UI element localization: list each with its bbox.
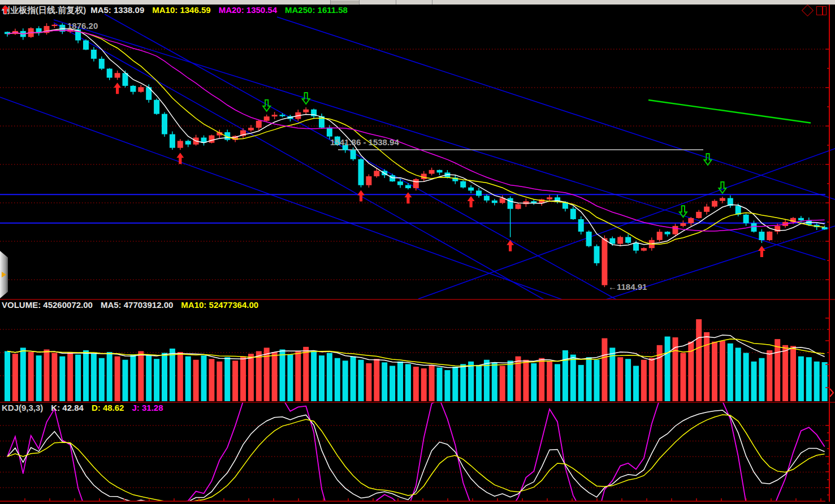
ma5-readout: MA5: 1338.09 — [90, 5, 144, 15]
toolbar-divider — [432, 0, 432, 5]
up-arrow-icon — [2, 5, 9, 14]
toolbar-divider — [330, 0, 331, 5]
ma20-readout: MA20: 1350.54 — [219, 5, 277, 15]
main-chart-header: 创业板指(日线.前复权)MA5: 1338.09MA10: 1346.59MA2… — [2, 5, 356, 16]
kdj-panel[interactable] — [0, 402, 835, 502]
expand-panel-arrow-icon — [2, 272, 6, 277]
split-window-icon[interactable] — [816, 6, 827, 15]
sell-arrow-icon — [263, 100, 270, 111]
sidebar-expand-handle[interactable] — [0, 251, 8, 298]
buy-arrow-icon — [468, 196, 475, 207]
buy-arrow-icon — [114, 82, 121, 94]
buy-arrow-icon — [357, 190, 365, 202]
kdj-j-readout: J: 31.28 — [132, 403, 163, 412]
toolbar-divider — [359, 0, 360, 5]
buy-arrow-icon — [758, 246, 765, 257]
kdj-k-readout: K: 42.84 — [51, 403, 84, 412]
buy-arrow-icon — [176, 153, 184, 164]
toolbar-pressed-segment[interactable] — [331, 1, 359, 4]
main-chart-panel[interactable] — [0, 5, 835, 299]
kdj-d-readout: D: 48.62 — [92, 403, 124, 412]
volume-ma10-readout: MA10: 52477364.00 — [181, 300, 258, 310]
split-window-icon-bar — [822, 7, 823, 15]
ma10-readout: MA10: 1346.59 — [152, 5, 210, 15]
volume-bars — [5, 319, 828, 401]
volume-ma5-readout: MA5: 47703912.00 — [101, 300, 173, 310]
high-price-label: ←1876.20 — [59, 21, 98, 31]
instrument-title: 创业板指(日线.前复权) — [2, 5, 86, 15]
volume-readout: VOLUME: 45260072.00 — [2, 300, 93, 310]
kdj-indicator-name: KDJ(9,3,3) — [2, 403, 43, 412]
gap-range-label: 1541.86 - 1538.94 — [330, 137, 399, 147]
volume-panel[interactable] — [0, 299, 835, 402]
toolbar-divider — [396, 0, 396, 5]
kdj-header: KDJ(9,3,3)K: 42.84D: 48.62J: 31.28 — [2, 403, 171, 412]
stock-chart-window: 创业板指(日线.前复权)MA5: 1338.09MA10: 1346.59MA2… — [0, 0, 835, 504]
top-toolbar-strip[interactable] — [0, 0, 835, 5]
volume-header: VOLUME: 45260072.00MA5: 47703912.00MA10:… — [2, 300, 266, 310]
low-price-label: ←1184.91 — [608, 282, 647, 292]
sell-arrow-icon — [719, 182, 726, 193]
sell-arrow-icon — [704, 154, 712, 165]
ma250-readout: MA250: 1611.58 — [285, 5, 348, 15]
